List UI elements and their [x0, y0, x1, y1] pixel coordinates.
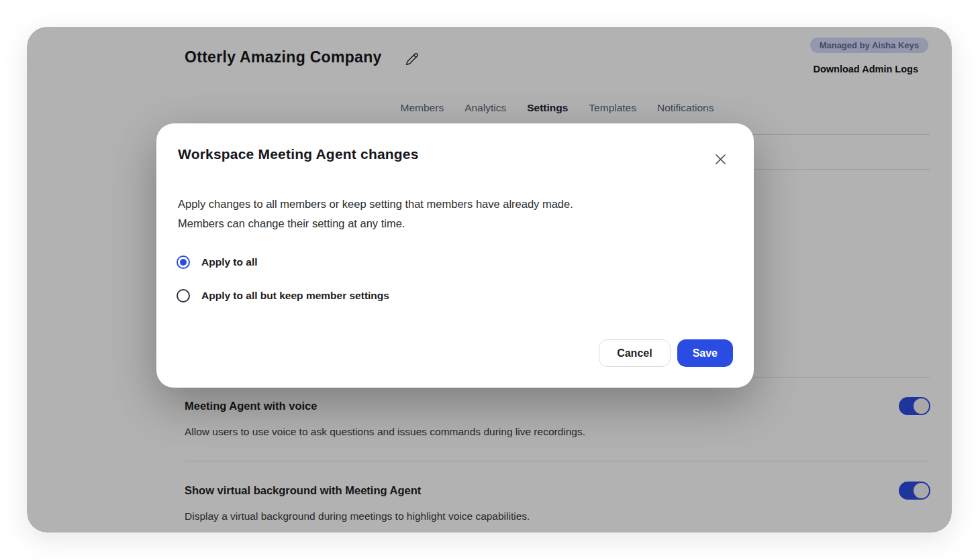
modal-title: Workspace Meeting Agent changes	[178, 146, 419, 162]
radio-selected-icon[interactable]	[177, 256, 190, 269]
modal-body-text: Apply changes to all members or keep set…	[178, 194, 715, 233]
radio-option-apply-to-all[interactable]: Apply to all	[177, 255, 258, 270]
radio-unselected-icon[interactable]	[177, 289, 190, 302]
page-background: Otterly Amazing Company Managed by Aisha…	[0, 0, 980, 560]
radio-label: Apply to all but keep member settings	[201, 290, 389, 302]
modal-actions: Cancel Save	[599, 339, 733, 367]
modal-body-line: Members can change their setting at any …	[178, 214, 715, 233]
radio-option-keep-member-settings[interactable]: Apply to all but keep member settings	[177, 288, 389, 303]
radio-label: Apply to all	[201, 256, 258, 268]
cancel-button[interactable]: Cancel	[599, 339, 670, 367]
workspace-meeting-agent-modal: Workspace Meeting Agent changes Apply ch…	[156, 123, 754, 388]
save-button[interactable]: Save	[677, 339, 733, 367]
close-icon[interactable]	[714, 153, 727, 166]
modal-body-line: Apply changes to all members or keep set…	[178, 194, 715, 214]
